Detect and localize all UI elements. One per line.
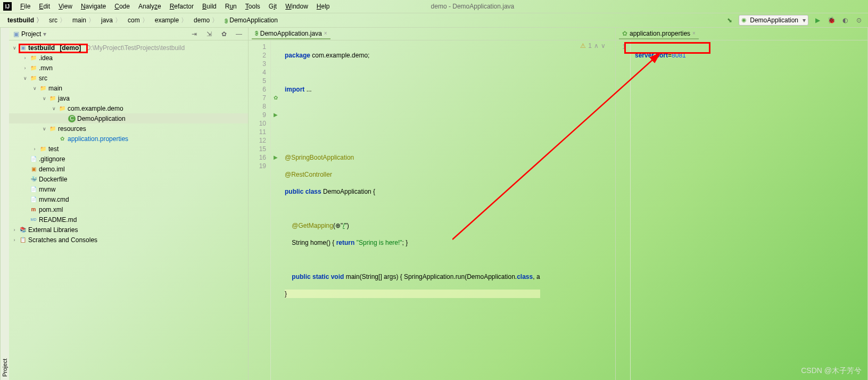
class-icon: C (255, 31, 258, 36)
markdown-icon: MD (30, 216, 37, 224)
source-folder-icon: 📁 (49, 95, 56, 102)
editor-left: CDemoApplication.java× 12345678910111215… (249, 28, 616, 380)
project-tree[interactable]: ∨▣testbuild [demo] D:\MyProject\TestProj… (9, 40, 248, 247)
tree-file[interactable]: 📄mvnw (9, 184, 248, 194)
library-icon: 📚 (19, 226, 27, 234)
tree-file[interactable]: 🐳Dockerfile (9, 174, 248, 184)
breadcrumb[interactable]: main (69, 16, 98, 25)
line-gutter: 123456789101112151619 (249, 40, 271, 380)
menu-run[interactable]: Run (222, 2, 240, 11)
project-tool-tab[interactable]: Project (0, 28, 9, 380)
project-icon: ▣ (13, 30, 19, 38)
menu-view[interactable]: View (55, 2, 76, 11)
hide-panel-icon[interactable]: — (234, 29, 244, 39)
code-editor-properties[interactable]: 1 server.port=8081 (616, 40, 867, 380)
menu-analyze[interactable]: Analyze (135, 2, 164, 11)
code-content[interactable]: server.port=8081 (631, 40, 686, 380)
tree-scratches[interactable]: ›📋Scratches and Consoles (9, 235, 248, 245)
debug-icon[interactable]: 🐞 (826, 15, 836, 25)
tree-folder[interactable]: ›📁.mvn (9, 63, 248, 73)
spring-gutter-icon: ✿ (271, 94, 280, 102)
editor-tab-java[interactable]: CDemoApplication.java× (252, 29, 330, 39)
tree-folder-src[interactable]: ∨📁src (9, 73, 248, 83)
breadcrumb-file[interactable]: C DemoApplication (221, 16, 283, 24)
menu-code[interactable]: Code (111, 2, 133, 11)
class-icon: C (68, 115, 76, 122)
tree-folder-resources[interactable]: ∨📁resources (9, 123, 248, 134)
breadcrumb[interactable]: demo (191, 16, 221, 25)
tree-package[interactable]: ∨📁com.example.demo (9, 103, 248, 113)
select-open-file-icon[interactable]: ⇥ (189, 29, 199, 39)
navigation-bar: testbuild src main java com example demo… (0, 13, 868, 28)
menu-edit[interactable]: Edit (36, 2, 53, 11)
build-icon[interactable]: ⬊ (725, 15, 734, 25)
run-icon[interactable]: ▶ (813, 15, 822, 25)
tree-file[interactable]: mpom.xml (9, 204, 248, 214)
tree-class-selected[interactable]: CDemoApplication (9, 113, 248, 123)
expand-all-icon[interactable]: ⇲ (204, 29, 214, 39)
tree-folder-main[interactable]: ∨📁main (9, 83, 248, 93)
menu-tools[interactable]: Tools (242, 2, 263, 11)
menu-refactor[interactable]: Refactor (167, 2, 197, 11)
scratches-icon: 📋 (19, 236, 27, 244)
run-gutter-icon: ▶ (271, 111, 280, 119)
window-title: demo - DemoApplication.java (431, 3, 515, 10)
inspection-hint[interactable]: ⚠1 ∧ ∨ (580, 42, 606, 50)
folder-icon: 📁 (39, 85, 47, 92)
code-content[interactable]: package com.example.demo; import ... @Sp… (280, 40, 540, 380)
menu-navigate[interactable]: Navigate (78, 2, 109, 11)
tree-file[interactable]: 📄.gitignore (9, 154, 248, 164)
breadcrumb[interactable]: java (98, 16, 125, 25)
breadcrumb[interactable]: src (46, 16, 69, 25)
tree-properties-file[interactable]: ✿application.properties (9, 134, 248, 144)
resources-folder-icon: 📁 (49, 125, 56, 133)
settings-gear-icon[interactable]: ✿ (219, 29, 229, 39)
close-tab-icon[interactable]: × (692, 30, 696, 36)
tree-external-libraries[interactable]: ›📚External Libraries (9, 225, 248, 235)
folder-icon: 📁 (39, 145, 47, 153)
gutter-icons: ✿▶▶ (271, 40, 280, 380)
run-gutter-icon: ▶ (271, 153, 280, 162)
menu-build[interactable]: Build (199, 2, 220, 11)
menu-help[interactable]: Help (313, 2, 333, 11)
menu-git[interactable]: Git (266, 2, 280, 11)
breadcrumb-root[interactable]: testbuild (4, 16, 46, 25)
module-icon: ▣ (19, 44, 27, 52)
tree-root[interactable]: ∨▣testbuild [demo] D:\MyProject\TestProj… (9, 43, 248, 53)
close-tab-icon[interactable]: × (324, 30, 327, 36)
breadcrumb[interactable]: com (125, 16, 152, 25)
file-icon: 📄 (30, 155, 37, 163)
project-panel: ▣ Project ▾ ⇥ ⇲ ✿ — ∨▣testbuild [demo] D… (9, 28, 249, 380)
project-panel-header: ▣ Project ▾ ⇥ ⇲ ✿ — (9, 28, 248, 40)
tree-file[interactable]: 📄mvnw.cmd (9, 194, 248, 204)
tree-folder[interactable]: ›📁.idea (9, 53, 248, 63)
line-gutter: 1 (616, 40, 631, 380)
package-icon: 📁 (59, 105, 66, 112)
file-icon: 📄 (30, 186, 37, 193)
project-view-title[interactable]: Project (21, 30, 41, 38)
folder-icon: 📁 (30, 64, 37, 72)
class-icon: C (225, 19, 228, 23)
menu-file[interactable]: File (17, 2, 34, 11)
file-icon: 📄 (30, 196, 37, 203)
profile-icon[interactable]: ⊙ (854, 15, 864, 25)
tree-folder-test[interactable]: ›📁test (9, 144, 248, 154)
editor-tab-properties[interactable]: ✿application.properties× (619, 29, 699, 39)
coverage-icon[interactable]: ◐ (840, 15, 850, 25)
app-logo-icon: IJ (3, 2, 12, 11)
menu-bar: IJ File Edit View Navigate Code Analyze … (0, 0, 868, 13)
iml-icon: ▣ (30, 166, 37, 173)
folder-icon: 📁 (30, 54, 37, 62)
docker-icon: 🐳 (30, 176, 37, 183)
spring-icon: ✿ (59, 135, 66, 143)
code-editor-java[interactable]: 123456789101112151619 ✿▶▶ package com.ex… (249, 40, 615, 380)
breadcrumb[interactable]: example (152, 16, 191, 25)
folder-icon: 📁 (30, 75, 37, 82)
watermark: CSDN @木子芳兮 (801, 366, 862, 376)
tree-folder-java[interactable]: ∨📁java (9, 93, 248, 103)
tree-file[interactable]: MDREADME.md (9, 214, 248, 225)
menu-window[interactable]: Window (282, 2, 311, 11)
editor-right: ✿application.properties× 1 server.port=8… (616, 28, 868, 380)
tree-file[interactable]: ▣demo.iml (9, 164, 248, 174)
run-config-select[interactable]: DemoApplication (739, 15, 808, 26)
